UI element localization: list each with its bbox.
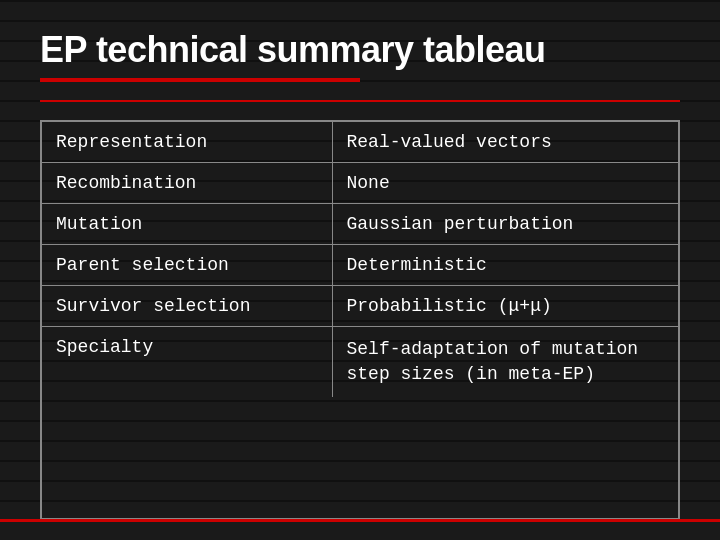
table-row: RepresentationReal-valued vectors — [42, 122, 678, 163]
slide-container: EP technical summary tableau Representat… — [0, 0, 720, 540]
row-label: Parent selection — [42, 244, 332, 285]
title-underline — [40, 78, 360, 82]
row-value: Real-valued vectors — [332, 122, 678, 163]
row-label: Mutation — [42, 203, 332, 244]
row-value: None — [332, 162, 678, 203]
table-row: Parent selectionDeterministic — [42, 244, 678, 285]
table-row: Survivor selectionProbabilistic (μ+μ) — [42, 285, 678, 326]
row-value: Self-adaptation of mutation step sizes (… — [332, 326, 678, 397]
summary-table: RepresentationReal-valued vectorsRecombi… — [42, 122, 678, 397]
row-label: Specialty — [42, 326, 332, 397]
table-wrapper: RepresentationReal-valued vectorsRecombi… — [40, 120, 680, 520]
row-value: Probabilistic (μ+μ) — [332, 285, 678, 326]
table-row: MutationGaussian perturbation — [42, 203, 678, 244]
page-title: EP technical summary tableau — [40, 30, 680, 70]
divider-line — [40, 100, 680, 102]
row-value: Gaussian perturbation — [332, 203, 678, 244]
row-label: Representation — [42, 122, 332, 163]
title-area: EP technical summary tableau — [40, 30, 680, 82]
row-label: Survivor selection — [42, 285, 332, 326]
bottom-line — [0, 519, 720, 522]
table-row: SpecialtySelf-adaptation of mutation ste… — [42, 326, 678, 397]
row-label: Recombination — [42, 162, 332, 203]
table-row: RecombinationNone — [42, 162, 678, 203]
row-value: Deterministic — [332, 244, 678, 285]
